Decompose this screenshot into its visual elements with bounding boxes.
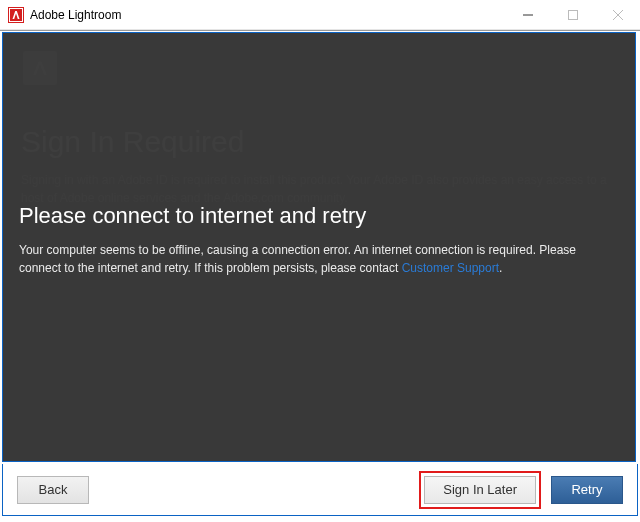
sign-in-later-button[interactable]: Sign In Later: [424, 476, 536, 504]
window-title: Adobe Lightroom: [30, 8, 121, 22]
dialog-footer: Back Sign In Later Retry: [2, 464, 638, 516]
overlay-heading: Please connect to internet and retry: [19, 203, 619, 229]
overlay-body: Your computer seems to be offline, causi…: [19, 241, 619, 277]
customer-support-link[interactable]: Customer Support: [402, 261, 499, 275]
close-button[interactable]: [595, 0, 640, 30]
titlebar: Adobe Lightroom: [0, 0, 640, 30]
back-button[interactable]: Back: [17, 476, 89, 504]
sign-in-later-highlight: Sign In Later: [419, 471, 541, 509]
maximize-button[interactable]: [550, 0, 595, 30]
retry-button[interactable]: Retry: [551, 476, 623, 504]
app-icon: [8, 7, 24, 23]
svg-rect-4: [568, 10, 577, 19]
overlay-body-text-post: .: [499, 261, 502, 275]
client-area: Sign In Required Signing in with an Adob…: [0, 30, 640, 522]
connection-error-overlay: Please connect to internet and retry You…: [3, 33, 635, 461]
svg-rect-2: [10, 9, 22, 21]
minimize-button[interactable]: [505, 0, 550, 30]
